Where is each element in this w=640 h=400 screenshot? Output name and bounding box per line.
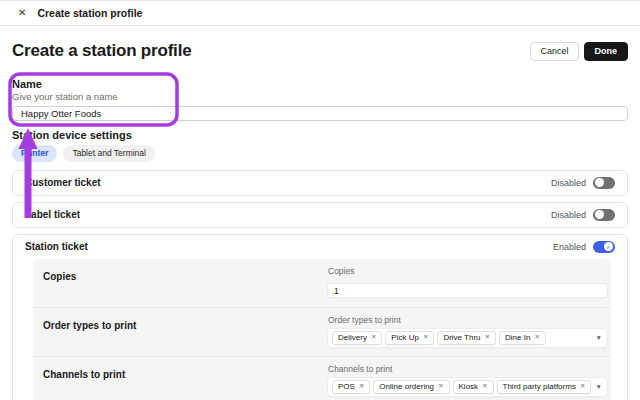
remove-chip-icon[interactable]: ✕ (482, 383, 487, 390)
chip-label: Kiosk (459, 383, 479, 391)
selected-option-chip[interactable]: Kiosk✕ (453, 380, 494, 394)
copies-row: Copies Copies (33, 259, 611, 307)
selected-option-chip[interactable]: Online ordering✕ (373, 380, 449, 394)
chevron-down-icon: ▼ (596, 384, 602, 391)
station-ticket-toggle[interactable]: ✓ (593, 241, 615, 253)
close-icon[interactable]: ✕ (18, 8, 26, 18)
modal-topbar: ✕ Create station profile (0, 0, 640, 26)
order-types-select[interactable]: ▼ Delivery✕Pick Up✕Drive Thru✕Dine In✕ (328, 329, 607, 347)
customer-ticket-card: Customer ticket Disabled ✓ (12, 170, 628, 196)
label-ticket-state: Disabled (551, 210, 586, 220)
remove-chip-icon[interactable]: ✕ (580, 383, 585, 390)
selected-option-chip[interactable]: Drive Thru✕ (437, 331, 496, 345)
chip-label: Pick Up (391, 334, 419, 342)
name-label: Name (12, 78, 628, 90)
channels-select[interactable]: ▼ POS✕Online ordering✕Kiosk✕Third party … (328, 378, 607, 396)
copies-label: Copies (33, 264, 328, 298)
cancel-button[interactable]: Cancel (530, 42, 578, 61)
label-ticket-label: Label ticket (25, 209, 80, 220)
station-ticket-label: Station ticket (25, 241, 88, 252)
customer-ticket-toggle[interactable]: ✓ (593, 177, 615, 189)
channels-label: Channels to print (33, 362, 328, 396)
remove-chip-icon[interactable]: ✕ (485, 334, 490, 341)
station-ticket-state: Enabled (553, 242, 586, 252)
station-ticket-card: Station ticket Enabled ✓ Copies Copies O… (12, 234, 628, 400)
device-settings-title: Station device settings (12, 129, 628, 141)
label-ticket-card: Label ticket Disabled ✓ (12, 202, 628, 228)
name-hint: Give your station a name (12, 91, 628, 102)
order-types-field-label: Order types to print (328, 315, 607, 325)
selected-option-chip[interactable]: POS✕ (332, 380, 370, 394)
selected-option-chip[interactable]: Dine In✕ (499, 331, 546, 345)
modal-title: Create station profile (37, 7, 142, 19)
name-section: Name Give your station a name (12, 78, 628, 121)
copies-input[interactable] (328, 284, 607, 297)
chip-label: Dine In (505, 334, 530, 342)
label-ticket-toggle[interactable]: ✓ (593, 209, 615, 221)
selected-option-chip[interactable]: Pick Up✕ (385, 331, 434, 345)
remove-chip-icon[interactable]: ✕ (359, 383, 364, 390)
customer-ticket-label: Customer ticket (25, 177, 101, 188)
order-types-row: Order types to print Order types to prin… (33, 307, 611, 356)
remove-chip-icon[interactable]: ✕ (534, 334, 539, 341)
selected-option-chip[interactable]: Third party platforms✕ (497, 380, 592, 394)
selected-option-chip[interactable]: Delivery✕ (332, 331, 382, 345)
chip-label: Third party platforms (503, 383, 576, 391)
station-ticket-settings-panel: Copies Copies Order types to print Order… (33, 259, 611, 400)
station-name-input[interactable] (12, 106, 628, 121)
remove-chip-icon[interactable]: ✕ (371, 334, 376, 341)
customer-ticket-state: Disabled (551, 178, 586, 188)
chip-label: Online ordering (379, 383, 434, 391)
done-button[interactable]: Done (584, 42, 629, 61)
channels-field-label: Channels to print (328, 364, 607, 374)
tab-printer[interactable]: Printer (12, 145, 57, 162)
chip-label: POS (338, 383, 355, 391)
chip-label: Delivery (338, 334, 367, 342)
tab-tablet-and-terminal[interactable]: Tablet and Terminal (63, 145, 155, 162)
device-tabs: Printer Tablet and Terminal (12, 145, 628, 162)
page-header: Create a station profile Cancel Done (12, 38, 628, 64)
remove-chip-icon[interactable]: ✕ (438, 383, 443, 390)
check-icon: ✓ (606, 244, 611, 250)
copies-field-label: Copies (328, 266, 607, 276)
order-types-label: Order types to print (33, 313, 328, 347)
chip-label: Drive Thru (443, 334, 480, 342)
page-title: Create a station profile (12, 41, 191, 61)
channels-row: Channels to print Channels to print ▼ PO… (33, 356, 611, 400)
remove-chip-icon[interactable]: ✕ (423, 334, 428, 341)
chevron-down-icon: ▼ (596, 335, 602, 342)
